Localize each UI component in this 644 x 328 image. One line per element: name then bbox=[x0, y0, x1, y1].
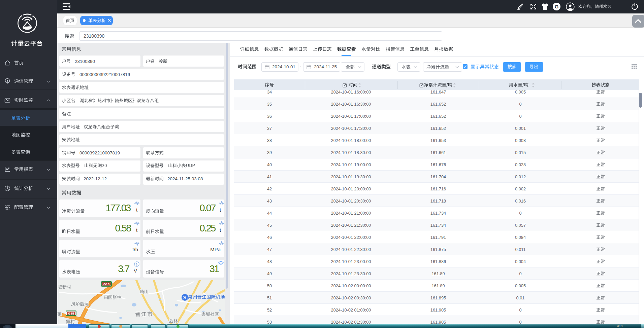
svg-text:G: G bbox=[555, 4, 559, 9]
svg-text:G15: G15 bbox=[68, 312, 74, 315]
svg-text:G15: G15 bbox=[103, 282, 110, 286]
